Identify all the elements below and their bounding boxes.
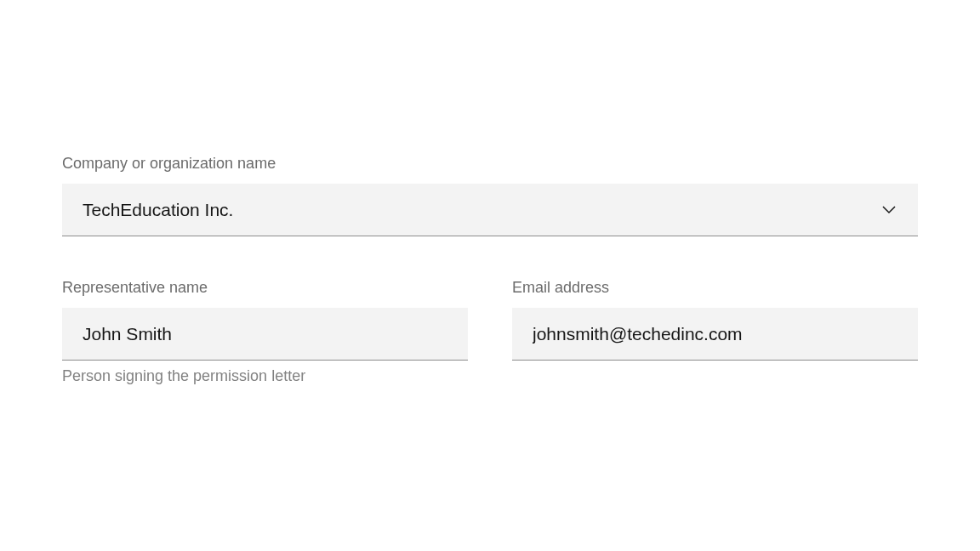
- company-dropdown[interactable]: TechEducation Inc.: [62, 184, 918, 236]
- representative-input[interactable]: [62, 308, 468, 361]
- email-label: Email address: [512, 279, 918, 297]
- representative-helper: Person signing the permission letter: [62, 367, 468, 385]
- representative-label: Representative name: [62, 279, 468, 297]
- company-label: Company or organization name: [62, 155, 918, 173]
- chevron-down-icon: [880, 202, 897, 219]
- company-dropdown-value: TechEducation Inc.: [83, 200, 233, 220]
- email-input[interactable]: [512, 308, 918, 361]
